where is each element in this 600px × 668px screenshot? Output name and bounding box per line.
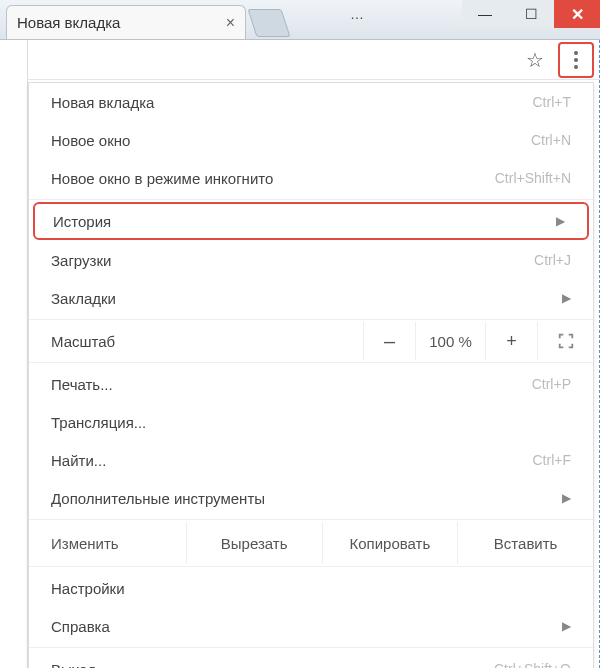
- menu-separator: [29, 319, 593, 320]
- menu-separator: [29, 362, 593, 363]
- menu-label: Новая вкладка: [51, 94, 533, 111]
- minimize-button[interactable]: —: [462, 0, 508, 28]
- toolbar: ☆: [0, 40, 600, 80]
- menu-separator: [29, 199, 593, 200]
- window-titlebar: Новая вкладка × … — ☐ ✕: [0, 0, 600, 40]
- zoom-in-button[interactable]: +: [485, 322, 537, 360]
- new-tab-button[interactable]: [247, 9, 290, 37]
- menu-separator: [29, 647, 593, 648]
- zoom-value: 100 %: [415, 322, 485, 360]
- chrome-menu-button[interactable]: [558, 42, 594, 78]
- menu-item-incognito[interactable]: Новое окно в режиме инкогнито Ctrl+Shift…: [29, 159, 593, 197]
- menu-separator: [29, 566, 593, 567]
- menu-item-exit[interactable]: Выход Ctrl+Shift+Q: [29, 650, 593, 668]
- menu-label: Новое окно в режиме инкогнито: [51, 170, 495, 187]
- menu-label: Трансляция...: [51, 414, 571, 431]
- fullscreen-button[interactable]: [537, 322, 593, 360]
- menu-item-new-tab[interactable]: Новая вкладка Ctrl+T: [29, 83, 593, 121]
- menu-item-zoom: Масштаб – 100 % +: [29, 322, 593, 360]
- vertical-dots-icon: [574, 51, 578, 69]
- menu-shortcut: Ctrl+Shift+N: [495, 170, 571, 186]
- menu-item-settings[interactable]: Настройки: [29, 569, 593, 607]
- menu-item-bookmarks[interactable]: Закладки ▶: [29, 279, 593, 317]
- menu-label: Найти...: [51, 452, 533, 469]
- menu-label: Справка: [51, 618, 554, 635]
- menu-item-downloads[interactable]: Загрузки Ctrl+J: [29, 241, 593, 279]
- menu-shortcut: Ctrl+F: [533, 452, 572, 468]
- menu-label: Печать...: [51, 376, 532, 393]
- menu-label: Настройки: [51, 580, 571, 597]
- menu-label: Закладки: [51, 290, 554, 307]
- menu-item-edit-row: Изменить Вырезать Копировать Вставить: [29, 522, 593, 564]
- menu-item-help[interactable]: Справка ▶: [29, 607, 593, 645]
- edit-cut-button[interactable]: Вырезать: [186, 522, 322, 564]
- edit-copy-button[interactable]: Копировать: [322, 522, 458, 564]
- window-controls: — ☐ ✕: [462, 0, 600, 28]
- submenu-arrow-icon: ▶: [562, 291, 571, 305]
- menu-shortcut: Ctrl+N: [531, 132, 571, 148]
- edit-paste-button[interactable]: Вставить: [457, 522, 593, 564]
- menu-item-new-window[interactable]: Новое окно Ctrl+N: [29, 121, 593, 159]
- bookmark-star-icon[interactable]: ☆: [516, 44, 554, 76]
- menu-item-history[interactable]: История ▶: [33, 202, 589, 240]
- window-title-truncated: …: [350, 6, 364, 22]
- edit-label: Изменить: [29, 522, 186, 564]
- menu-item-print[interactable]: Печать... Ctrl+P: [29, 365, 593, 403]
- submenu-arrow-icon: ▶: [562, 491, 571, 505]
- menu-item-more-tools[interactable]: Дополнительные инструменты ▶: [29, 479, 593, 517]
- menu-label: История: [53, 213, 548, 230]
- menu-label: Выход: [51, 661, 494, 669]
- submenu-arrow-icon: ▶: [556, 214, 565, 228]
- close-window-button[interactable]: ✕: [554, 0, 600, 28]
- menu-shortcut: Ctrl+T: [533, 94, 572, 110]
- menu-label: Дополнительные инструменты: [51, 490, 554, 507]
- menu-label: Масштаб: [51, 333, 363, 350]
- menu-shortcut: Ctrl+Shift+Q: [494, 661, 571, 668]
- left-border: [0, 40, 28, 668]
- browser-tab[interactable]: Новая вкладка ×: [6, 5, 246, 39]
- submenu-arrow-icon: ▶: [562, 619, 571, 633]
- menu-item-find[interactable]: Найти... Ctrl+F: [29, 441, 593, 479]
- menu-shortcut: Ctrl+J: [534, 252, 571, 268]
- menu-label: Загрузки: [51, 252, 534, 269]
- maximize-button[interactable]: ☐: [508, 0, 554, 28]
- close-tab-icon[interactable]: ×: [226, 14, 235, 32]
- zoom-out-button[interactable]: –: [363, 322, 415, 360]
- menu-label: Новое окно: [51, 132, 531, 149]
- tab-title: Новая вкладка: [17, 14, 120, 31]
- menu-item-cast[interactable]: Трансляция...: [29, 403, 593, 441]
- fullscreen-icon: [557, 332, 575, 350]
- chrome-main-menu: Новая вкладка Ctrl+T Новое окно Ctrl+N Н…: [28, 82, 594, 668]
- menu-separator: [29, 519, 593, 520]
- menu-shortcut: Ctrl+P: [532, 376, 571, 392]
